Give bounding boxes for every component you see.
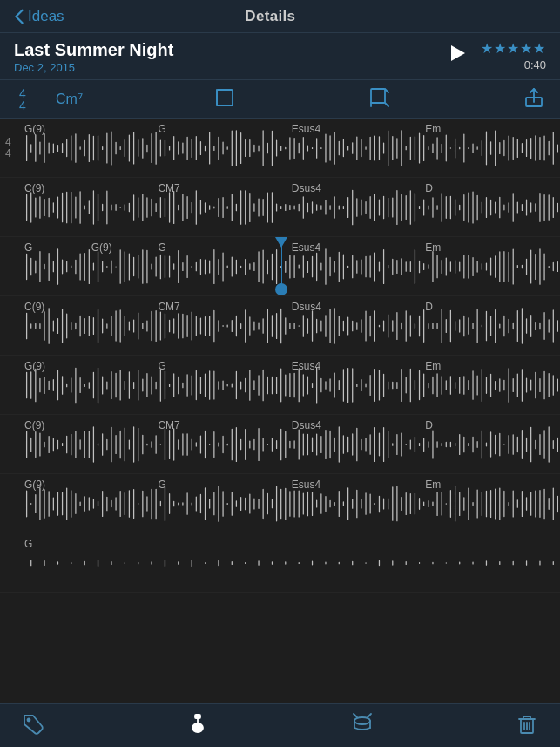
chord-marker: G [158,123,165,135]
time-sig-top: 4 [19,87,26,99]
waveform-row: C(9)CM7Dsus4D [0,296,560,356]
row-number: 44 [5,136,11,159]
star-rating[interactable]: ★★★★★ [481,40,546,57]
song-meta: ★★★★★ 0:40 [481,40,546,71]
song-date: Dec 2, 2015 [14,61,434,74]
chord-marker: CM7 [158,419,179,431]
chord-marker: Esus4 [292,360,320,372]
chord-marker: G(9) [24,479,45,491]
waveform-row: G(9)GEsus4Em [0,474,560,533]
nav-bar: Ideas Details [0,0,560,33]
chord-marker: G(9) [24,123,45,135]
chord-marker: Esus4 [292,241,320,254]
svg-rect-2 [371,89,385,103]
playhead-top-marker [275,237,287,248]
chord-marker: G(9) [91,241,112,254]
loop-button[interactable] [213,85,237,113]
waveform-row: G(9)GEsus4Em [0,356,560,415]
svg-point-8 [28,718,30,721]
chord-marker: G [158,479,165,491]
time-signature[interactable]: 4 4 [14,87,31,112]
chord-marker: CM7 [158,301,179,313]
chord-marker: C(9) [24,301,44,313]
toolbar-left: 4 4 Cm⁷ [14,87,83,112]
svg-marker-0 [451,45,465,61]
waveform-svg [24,542,560,584]
chord-marker: Em [425,123,441,135]
chord-marker: G [24,241,32,254]
duration: 0:40 [524,58,546,71]
toolbar: 4 4 Cm⁷ [0,80,560,119]
chord-marker: D [425,301,433,313]
chord-marker: Em [425,479,441,491]
chord-marker: G(9) [24,360,45,372]
waveform-area: 44G(9)GEsus4EmC(9)CM7Dsus4DGG(9)GEsus4Em… [0,119,560,705]
song-header: Last Summer Night Dec 2, 2015 ★★★★★ 0:40 [0,33,560,80]
chord-marker: Dsus4 [292,419,321,431]
waveform-row: C(9)CM7Dsus4D [0,178,560,237]
chord-marker: Em [425,360,441,372]
chord-marker: D [425,419,433,431]
svg-rect-11 [195,715,200,718]
chord-marker: C(9) [24,419,44,431]
drum-button[interactable] [350,712,374,740]
chord-marker: Dsus4 [292,301,321,313]
chord-marker: G [158,241,165,254]
time-sig-bottom: 4 [19,99,26,112]
svg-line-5 [385,103,388,106]
chord-marker: G [158,360,165,372]
song-title: Last Summer Night [14,40,434,60]
waveform-row: C(9)CM7Dsus4D [0,415,560,474]
back-button[interactable]: Ideas [14,8,64,25]
nav-title: Details [245,8,295,25]
chord-marker: Esus4 [292,479,320,491]
play-button[interactable] [448,44,467,66]
playhead-bottom-marker [275,283,287,295]
edit-button[interactable] [368,85,392,113]
svg-line-16 [354,714,357,717]
guitar-button[interactable] [186,712,210,740]
chord-marker: Esus4 [292,123,320,135]
waveform-row: GG(9)GEsus4Em [0,237,560,296]
chord-marker: Em [425,241,441,254]
bottom-bar [0,703,560,747]
svg-point-13 [354,717,370,724]
waveform-row: 44G(9)GEsus4Em [0,119,560,178]
chord-marker: D [425,182,433,194]
chord-marker: G [24,538,32,550]
waveform-row: G [0,533,560,593]
song-info: Last Summer Night Dec 2, 2015 [14,40,434,74]
trash-button[interactable] [515,712,539,740]
chord-label[interactable]: Cm⁷ [56,91,83,107]
chord-marker: CM7 [158,182,179,194]
svg-line-17 [368,714,371,717]
share-button[interactable] [522,85,546,113]
tag-button[interactable] [21,712,45,740]
back-label: Ideas [28,8,64,25]
chord-marker: C(9) [24,182,44,194]
chord-marker: Dsus4 [292,182,321,194]
svg-rect-1 [217,90,233,105]
